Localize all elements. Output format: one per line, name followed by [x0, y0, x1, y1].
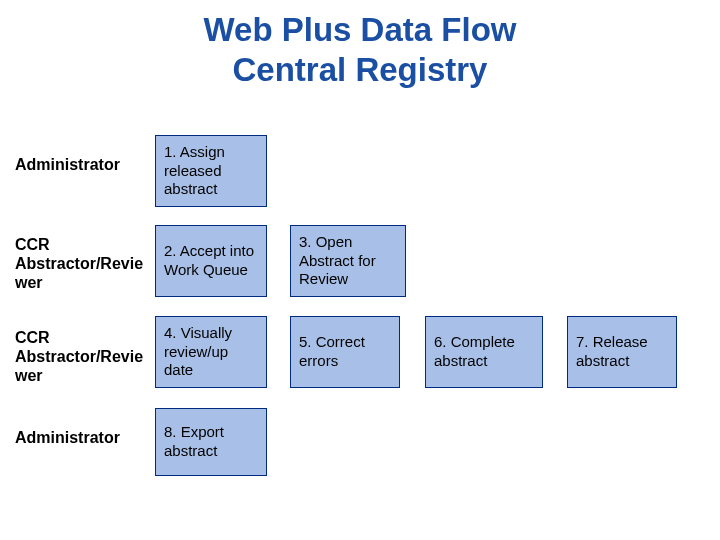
step-7-release-abstract: 7. Release abstract — [567, 316, 677, 388]
step-5-correct-errors: 5. Correct errors — [290, 316, 400, 388]
title-line-2: Central Registry — [233, 51, 488, 88]
title-line-1: Web Plus Data Flow — [204, 11, 517, 48]
role-label-administrator-1: Administrator — [15, 155, 150, 174]
step-8-export-abstract: 8. Export abstract — [155, 408, 267, 476]
step-6-complete-abstract: 6. Complete abstract — [425, 316, 543, 388]
slide-title: Web Plus Data Flow Central Registry — [0, 10, 720, 89]
step-3-open-abstract-for-review: 3. Open Abstract for Review — [290, 225, 406, 297]
step-1-assign-released-abstract: 1. Assign released abstract — [155, 135, 267, 207]
step-2-accept-into-work-queue: 2. Accept into Work Queue — [155, 225, 267, 297]
role-label-ccr-abstractor-reviewer-1: CCR Abstractor/Reviewer — [15, 235, 150, 293]
step-4-visually-review-update: 4. Visually review/up date — [155, 316, 267, 388]
role-label-administrator-2: Administrator — [15, 428, 150, 447]
role-label-ccr-abstractor-reviewer-2: CCR Abstractor/Reviewer — [15, 328, 150, 386]
